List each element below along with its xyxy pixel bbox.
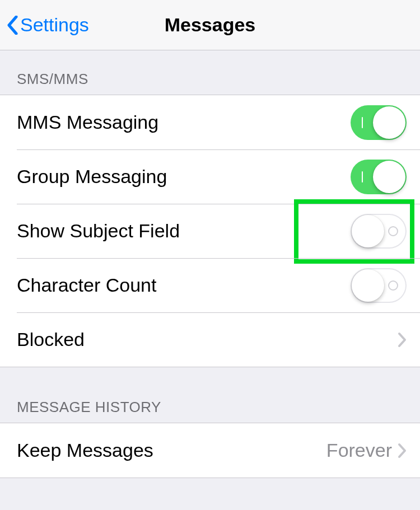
- bottom-spacer: [0, 478, 420, 506]
- row-accessory: [398, 332, 407, 348]
- row-label: Blocked: [17, 329, 85, 350]
- section-header-message-history: MESSAGE HISTORY: [0, 367, 420, 423]
- row-label: MMS Messaging: [17, 111, 158, 133]
- row-label: Group Messaging: [17, 166, 167, 188]
- back-button[interactable]: Settings: [7, 0, 89, 50]
- row-mms-messaging: MMS Messaging: [0, 95, 420, 149]
- back-label: Settings: [20, 14, 89, 36]
- row-keep-messages[interactable]: Keep Messages Forever: [0, 423, 420, 478]
- navigation-bar: Settings Messages: [0, 0, 420, 50]
- toggle-character-count[interactable]: [351, 268, 407, 303]
- row-label: Character Count: [17, 274, 156, 296]
- toggle-group-messaging[interactable]: [351, 160, 407, 194]
- chevron-right-icon: [398, 332, 407, 348]
- row-value: Forever: [326, 439, 392, 461]
- toggle-knob: [373, 161, 405, 193]
- toggle-show-subject-field[interactable]: [351, 214, 407, 249]
- row-label: Keep Messages: [17, 439, 153, 461]
- page-title: Messages: [165, 14, 256, 36]
- row-label: Show Subject Field: [17, 220, 180, 242]
- chevron-right-icon: [398, 443, 407, 458]
- row-character-count: Character Count: [0, 258, 420, 312]
- section-header-sms-mms: SMS/MMS: [0, 50, 420, 95]
- row-group-messaging: Group Messaging: [0, 149, 420, 204]
- row-show-subject-field: Show Subject Field: [0, 204, 420, 258]
- toggle-mms-messaging[interactable]: [351, 105, 407, 140]
- chevron-left-icon: [7, 16, 18, 35]
- settings-group-sms-mms: MMS Messaging Group Messaging Show Subje…: [0, 95, 420, 367]
- toggle-knob: [352, 269, 384, 302]
- toggle-knob: [373, 106, 405, 139]
- row-blocked[interactable]: Blocked: [0, 312, 420, 367]
- settings-group-message-history: Keep Messages Forever: [0, 423, 420, 478]
- row-accessory: Forever: [326, 439, 407, 461]
- toggle-knob: [352, 215, 384, 247]
